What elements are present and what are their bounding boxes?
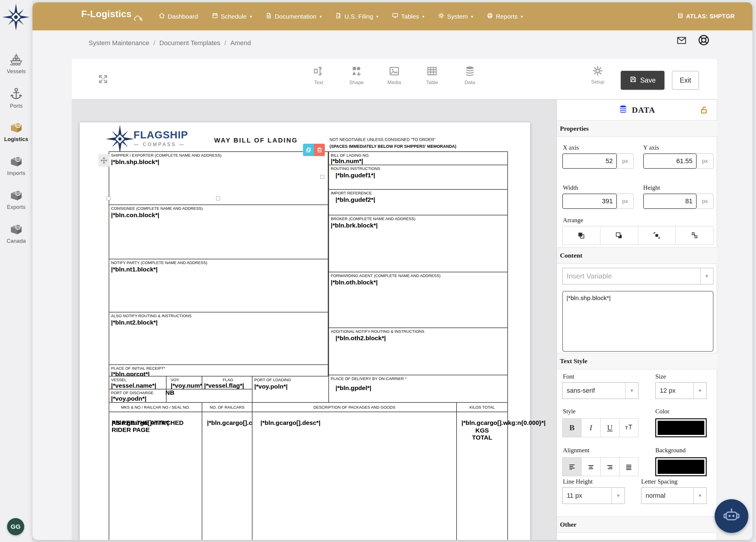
brand[interactable]: F-Logistics xyxy=(81,9,142,24)
exit-button[interactable]: Exit xyxy=(672,71,699,90)
tool-media[interactable]: Media xyxy=(384,66,405,86)
field-variable: |*bln.gudef2*| xyxy=(329,195,507,203)
field-bol-number[interactable]: BILL OF LADING NO. |*bln.num*| xyxy=(328,151,508,165)
unlock-icon[interactable] xyxy=(700,106,708,116)
atlas-indicator[interactable]: ATLAS: SHPTGR xyxy=(677,12,735,20)
nav-schedule[interactable]: Schedule ▾ xyxy=(212,12,252,20)
resize-handle-right[interactable] xyxy=(320,175,324,179)
width-input[interactable] xyxy=(562,194,617,209)
sidebar-item-ports[interactable]: Ports xyxy=(0,87,32,109)
tool-data[interactable]: Data xyxy=(459,66,480,86)
field-flag[interactable]: FLAG |*vessel.flag*| xyxy=(202,376,252,389)
nav-reports[interactable]: Reports ▾ xyxy=(487,12,523,20)
insert-variable-select[interactable]: Insert Variable ▼ xyxy=(562,268,713,284)
nav-us-filing[interactable]: U.S. Filing ▾ xyxy=(335,12,378,20)
x-axis-input[interactable] xyxy=(562,154,617,169)
table-cell-description[interactable]: |*bln.gcargo[].desc*| xyxy=(252,412,457,540)
color-swatch[interactable] xyxy=(655,418,707,437)
send-to-back-button[interactable] xyxy=(600,226,638,245)
font-select[interactable]: sans-serif ▼ xyxy=(562,382,638,399)
table-cell-kilos[interactable]: |*bln.gcargo[].wkg:n{0.000}*| KGS TOTAL xyxy=(456,412,508,540)
nav-tables[interactable]: Tables ▾ xyxy=(392,12,424,20)
content-textarea[interactable]: |*bln.shp.block*| xyxy=(562,291,713,352)
field-routing[interactable]: ROUTING INSTRUCTIONS |*bln.gudef1*| xyxy=(328,165,508,190)
field-place-of-delivery[interactable]: PLACE OF DELIVERY BY ON-CARRIER * |*bln.… xyxy=(328,375,508,403)
printer-icon xyxy=(487,12,493,20)
logo-subtitle: — COMPASS — xyxy=(134,142,185,147)
align-justify-button[interactable] xyxy=(619,458,638,476)
field-also-notify[interactable]: ALSO NOTIFY-ROUTING & INSTRUCTIONS |*bln… xyxy=(109,312,328,365)
tool-label: Text xyxy=(308,80,329,86)
underline-button[interactable]: U xyxy=(600,419,619,437)
breadcrumb-item[interactable]: System Maintenance xyxy=(89,39,149,47)
design-canvas[interactable]: FLAGSHIP — COMPASS — WAY BILL OF LADING … xyxy=(72,100,557,540)
background-swatch[interactable] xyxy=(655,457,707,476)
shape-tool-icon xyxy=(351,73,362,78)
size-select[interactable]: 12 px ▼ xyxy=(655,382,707,399)
resize-handle-bottom-left[interactable] xyxy=(107,197,110,200)
bold-button[interactable]: B xyxy=(563,419,581,437)
atlas-label: ATLAS: SHPTGR xyxy=(686,13,735,20)
sidebar-item-vessels[interactable]: Vessels xyxy=(0,53,32,75)
setup-button[interactable]: Setup xyxy=(587,66,608,85)
document-page[interactable]: FLAGSHIP — COMPASS — WAY BILL OF LADING … xyxy=(80,123,530,540)
nav-dashboard[interactable]: Dashboard xyxy=(159,12,198,20)
sidebar-item-logistics[interactable]: Logistics xyxy=(0,120,32,143)
field-port-of-discharge[interactable]: PORT OF DISCHARGE |*voy.podn*| xyxy=(109,389,167,403)
table-cell-marks[interactable]: |*bln.gcargo[].mrk*| AS PER THE ATTACHED… xyxy=(109,412,202,540)
help-lifebuoy-icon[interactable] xyxy=(698,34,710,48)
field-port-of-loading[interactable]: PORT OF LOADING |*voy.poln*| xyxy=(252,376,329,403)
line-height-select[interactable]: 11 px ▼ xyxy=(562,487,625,504)
nav-system[interactable]: System ▾ xyxy=(438,12,473,20)
breadcrumb-item[interactable]: Document Templates xyxy=(159,39,220,47)
tool-shape[interactable]: Shape xyxy=(346,66,367,86)
bring-to-front-button[interactable] xyxy=(563,226,600,245)
letter-spacing-value: normal xyxy=(641,492,693,499)
field-import-reference[interactable]: IMPORT REFERENCE |*bln.gudef2*| xyxy=(328,189,508,216)
save-button[interactable]: Save xyxy=(621,71,664,90)
floppy-icon xyxy=(630,76,637,85)
field-additional-notify[interactable]: ADDITIONAL NOTIFY-ROUTING & INSTRUCTIONS… xyxy=(328,327,508,375)
user-avatar[interactable]: GG xyxy=(7,518,24,535)
sidebar-item-exports[interactable]: Exports xyxy=(0,188,32,210)
text-height-button[interactable] xyxy=(619,419,638,437)
bring-forward-button[interactable] xyxy=(638,226,676,245)
field-vessel[interactable]: VESSEL |*vessel.name*| xyxy=(109,376,167,389)
move-handle[interactable] xyxy=(98,154,110,167)
align-right-button[interactable] xyxy=(600,458,619,476)
main-card: F-Logistics Dashboard Schedule ▾ xyxy=(32,2,752,540)
field-notify-party[interactable]: NOTIFY PARTY (COMPLETE NAME AND ADDRESS)… xyxy=(109,259,328,312)
marks-static-text: AS PER THE ATTACHED RIDER PAGE xyxy=(112,419,191,433)
sidebar-item-label: Canada xyxy=(0,238,32,244)
breadcrumb-item[interactable]: Amend xyxy=(230,39,251,47)
nb-text: NB xyxy=(165,389,174,396)
sidebar-item-canada[interactable]: Canada xyxy=(0,222,32,244)
letter-spacing-select[interactable]: normal ▼ xyxy=(641,487,707,504)
fullscreen-icon[interactable] xyxy=(98,74,108,86)
italic-button[interactable]: I xyxy=(581,419,600,437)
nav-documentation[interactable]: Documentation ▾ xyxy=(265,12,322,20)
align-center-button[interactable] xyxy=(581,458,600,476)
chatbot-button[interactable] xyxy=(715,499,748,533)
table-cell-railcars[interactable]: |*bln.gcargo[].cntnum*| xyxy=(202,412,252,540)
field-voyage[interactable]: VOY. |*voy.num*| xyxy=(166,376,202,389)
tool-table[interactable]: Table xyxy=(421,66,443,86)
resize-handle-bottom-center[interactable] xyxy=(216,197,220,200)
height-input[interactable] xyxy=(643,194,697,209)
sidebar-item-imports[interactable]: Imports xyxy=(0,154,32,177)
panel-title: DATA xyxy=(632,105,655,115)
globe-box-icon xyxy=(9,232,23,237)
mail-icon[interactable] xyxy=(676,35,687,47)
delete-element-button[interactable] xyxy=(314,144,325,156)
field-broker[interactable]: BROKER (COMPLETE NAME AND ADDRESS) |*bln… xyxy=(328,215,508,272)
y-axis-input[interactable] xyxy=(643,154,697,169)
align-left-button[interactable] xyxy=(563,458,581,476)
send-backward-button[interactable] xyxy=(675,226,713,245)
field-variable: |*bln.nt2.block*| xyxy=(109,318,328,326)
duplicate-element-button[interactable] xyxy=(303,144,314,156)
field-initial-receipt[interactable]: PLACE OF INITIAL RECEIPT* |*bln.gprcpt*| xyxy=(109,364,328,376)
tool-text[interactable]: Text xyxy=(308,66,329,86)
field-consignee[interactable]: CONSIGNEE (COMPLETE NAME AND ADDRESS) |*… xyxy=(109,205,328,260)
arrange-group xyxy=(562,226,713,245)
field-forwarding-agent[interactable]: FORWARDING AGENT (COMPLETE NAME AND ADDR… xyxy=(328,272,508,328)
